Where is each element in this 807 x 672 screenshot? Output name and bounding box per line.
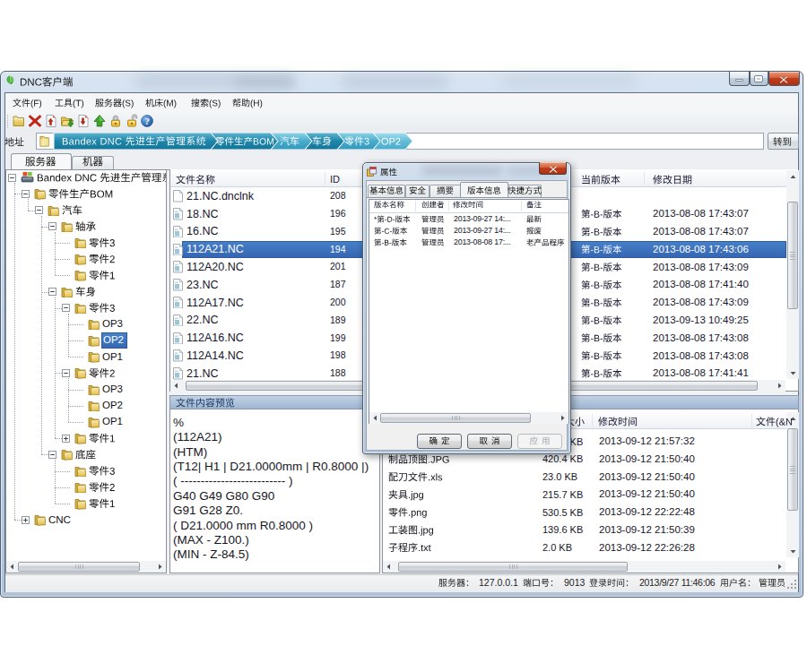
- svg-text:?: ?: [144, 116, 149, 126]
